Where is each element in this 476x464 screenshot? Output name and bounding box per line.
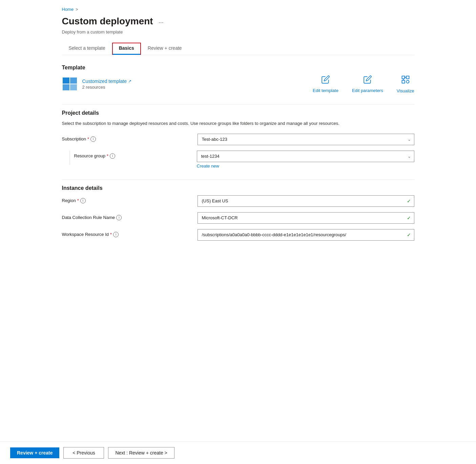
visualize-button[interactable]: Visualize <box>397 75 414 93</box>
template-card: Customized template ↗ 2 resources Edit t… <box>62 75 414 93</box>
page-subtitle: Deploy from a custom template <box>62 29 414 35</box>
template-section-title: Template <box>62 65 414 71</box>
tab-basics[interactable]: Basics <box>112 43 141 55</box>
breadcrumb-separator: > <box>76 7 78 12</box>
divider-2 <box>62 179 414 180</box>
next-button[interactable]: Next : Review + create > <box>108 447 174 459</box>
svg-point-7 <box>406 80 409 83</box>
workspace-resource-id-input[interactable] <box>198 229 414 241</box>
workspace-resource-id-row: Workspace Resource Id * i ✓ <box>62 229 414 241</box>
resource-group-row: Resource group * i test-1234 ⌄ Create n <box>74 151 414 169</box>
indent-bar <box>69 151 70 165</box>
resource-group-select-wrapper: test-1234 ⌄ <box>197 151 414 162</box>
ellipsis-menu-button[interactable]: ··· <box>159 19 164 26</box>
subscription-select[interactable]: Test-abc-123 <box>198 134 414 145</box>
subscription-select-wrapper: Test-abc-123 ⌄ <box>198 134 414 145</box>
template-resources: 2 resources <box>82 85 132 90</box>
region-info-icon[interactable]: i <box>80 198 86 203</box>
visualize-icon <box>401 75 410 86</box>
review-create-button[interactable]: Review + create <box>10 447 59 458</box>
instance-section-title: Instance details <box>62 185 414 191</box>
region-select[interactable]: (US) East US <box>198 195 414 207</box>
footer: Review + create < Previous Next : Review… <box>0 441 476 464</box>
resource-group-select[interactable]: test-1234 <box>197 151 414 162</box>
workspace-resource-id-info-icon[interactable]: i <box>113 232 119 237</box>
svg-rect-0 <box>63 78 69 84</box>
template-actions: Edit template Edit parameters <box>313 75 414 93</box>
dcr-name-row: Data Collection Rule Name i ✓ <box>62 212 414 224</box>
edit-template-button[interactable]: Edit template <box>313 75 338 93</box>
svg-rect-6 <box>402 80 405 83</box>
region-row: Region * i (US) East US ✓ <box>62 195 414 207</box>
subscription-row: Subscription * i Test-abc-123 ⌄ <box>62 134 414 145</box>
dcr-name-input-wrapper: ✓ <box>198 212 414 224</box>
instance-section: Instance details Region * i (US) East US… <box>62 185 414 241</box>
edit-template-pencil-icon <box>321 75 330 86</box>
template-section: Template Customized template ↗ 2 resourc… <box>62 65 414 93</box>
create-new-link[interactable]: Create new <box>197 163 219 169</box>
svg-rect-2 <box>63 84 69 90</box>
subscription-label: Subscription * i <box>62 136 96 142</box>
subscription-required: * <box>87 136 89 141</box>
workspace-resource-id-input-wrapper: ✓ <box>198 229 414 241</box>
svg-rect-1 <box>70 78 77 84</box>
project-section: Project details Select the subscription … <box>62 110 414 169</box>
workspace-resource-id-required: * <box>110 232 112 237</box>
template-grid-icon <box>62 76 78 92</box>
page-title: Custom deployment <box>62 16 153 27</box>
svg-rect-5 <box>406 76 409 79</box>
svg-rect-3 <box>70 84 77 90</box>
edit-parameters-button[interactable]: Edit parameters <box>352 75 383 93</box>
subscription-info-icon[interactable]: i <box>90 136 96 142</box>
dcr-name-label: Data Collection Rule Name i <box>62 215 122 220</box>
project-description: Select the subscription to manage deploy… <box>62 120 414 127</box>
resource-group-container: Resource group * i test-1234 ⌄ Create n <box>62 151 414 169</box>
external-link-icon: ↗ <box>128 79 131 84</box>
dcr-name-info-icon[interactable]: i <box>116 215 122 220</box>
region-label: Region * i <box>62 198 86 203</box>
footer-spacer <box>62 251 414 279</box>
project-section-title: Project details <box>62 110 414 116</box>
region-select-wrapper: (US) East US ✓ <box>198 195 414 207</box>
region-required: * <box>77 198 79 203</box>
workspace-resource-id-label: Workspace Resource Id * i <box>62 232 119 237</box>
tab-review-create[interactable]: Review + create <box>141 43 189 55</box>
divider-1 <box>62 104 414 105</box>
breadcrumb: Home > <box>62 7 414 12</box>
resource-group-info-icon[interactable]: i <box>110 153 115 159</box>
edit-parameters-pencil-icon <box>363 75 372 86</box>
wizard-tabs: Select a template Basics Review + create <box>62 43 414 55</box>
template-name-link[interactable]: Customized template ↗ <box>82 79 132 84</box>
tab-select-template[interactable]: Select a template <box>62 43 112 55</box>
dcr-name-input[interactable] <box>198 212 414 224</box>
template-info: Customized template ↗ 2 resources <box>82 79 132 90</box>
resource-group-label: Resource group * i <box>74 153 116 159</box>
resource-group-required: * <box>107 153 108 158</box>
previous-button[interactable]: < Previous <box>63 447 104 459</box>
breadcrumb-home[interactable]: Home <box>62 7 74 12</box>
